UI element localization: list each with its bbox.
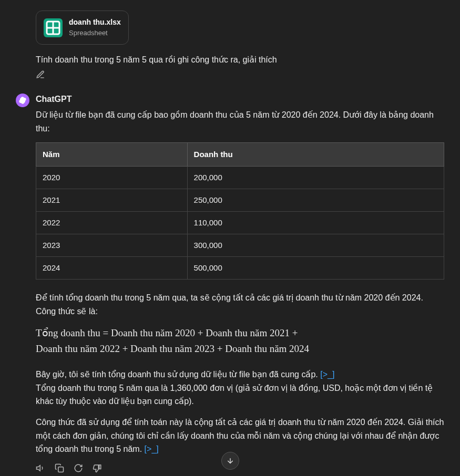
- table-row: 2021 250,000: [36, 189, 444, 212]
- table-row: 2020 200,000: [36, 167, 444, 189]
- cell-year: 2021: [36, 189, 188, 212]
- scroll-to-bottom-button[interactable]: [221, 452, 239, 470]
- formula-line-2: Doanh thu năm 2022 + Doanh thu năm 2023 …: [36, 341, 444, 356]
- read-aloud-icon[interactable]: [36, 463, 45, 473]
- cell-year: 2024: [36, 257, 188, 280]
- calc-now-text: Bây giờ, tôi sẽ tính tổng doanh thu sử d…: [36, 370, 318, 379]
- cell-revenue: 250,000: [187, 189, 444, 212]
- explain-paragraph: Công thức đã sử dụng để tính toán này là…: [36, 416, 444, 456]
- copy-icon[interactable]: [55, 463, 64, 473]
- file-attachment-chip[interactable]: doanh thu.xlsx Spreadsheet: [36, 11, 129, 45]
- calc-paragraph: Bây giờ, tôi sẽ tính tổng doanh thu sử d…: [36, 368, 444, 408]
- code-reference-link[interactable]: [>_]: [320, 370, 334, 379]
- file-name: doanh thu.xlsx: [69, 16, 121, 28]
- thumbs-down-icon[interactable]: [93, 463, 102, 473]
- assistant-message: ChatGPT Dữ liệu từ file bạn đã cung cấp …: [16, 92, 444, 472]
- cell-year: 2020: [36, 167, 188, 189]
- code-reference-link[interactable]: [>_]: [145, 444, 159, 453]
- cell-year: 2022: [36, 212, 188, 234]
- result-text: Tổng doanh thu trong 5 năm qua là 1,360,…: [36, 384, 433, 406]
- svg-rect-3: [58, 467, 64, 472]
- table-row: 2022 110,000: [36, 212, 444, 234]
- table-header-row: Năm Doanh thu: [36, 143, 444, 167]
- formula-block: Tổng doanh thu = Doanh thu năm 2020 + Do…: [36, 325, 444, 356]
- cell-revenue: 300,000: [187, 234, 444, 257]
- chatgpt-avatar: [16, 94, 29, 107]
- assistant-name: ChatGPT: [36, 92, 444, 106]
- user-prompt: Tính doanh thu trong 5 năm 5 qua rồi ghi…: [36, 53, 444, 67]
- cell-revenue: 200,000: [187, 167, 444, 189]
- formula-line-1: Tổng doanh thu = Doanh thu năm 2020 + Do…: [36, 325, 444, 340]
- assistant-intro: Dữ liệu từ file bạn đã cung cấp bao gồm …: [36, 108, 444, 135]
- cell-revenue: 110,000: [187, 212, 444, 234]
- cell-year: 2023: [36, 234, 188, 257]
- col-header-revenue: Doanh thu: [187, 143, 444, 167]
- explain-text: Công thức đã sử dụng để tính toán này là…: [36, 418, 444, 453]
- cell-revenue: 500,000: [187, 257, 444, 280]
- table-row: 2023 300,000: [36, 234, 444, 257]
- table-row: 2024 500,000: [36, 257, 444, 280]
- revenue-table: Năm Doanh thu 2020 200,000 2021 250,000 …: [36, 142, 444, 280]
- message-action-row: [36, 463, 444, 473]
- edit-prompt-icon[interactable]: [36, 70, 45, 79]
- spreadsheet-icon: [44, 18, 63, 37]
- col-header-year: Năm: [36, 143, 188, 167]
- file-info: doanh thu.xlsx Spreadsheet: [69, 16, 121, 39]
- file-type: Spreadsheet: [69, 28, 121, 39]
- formula-intro: Để tính tổng doanh thu trong 5 năm qua, …: [36, 291, 444, 318]
- regenerate-icon[interactable]: [74, 463, 83, 473]
